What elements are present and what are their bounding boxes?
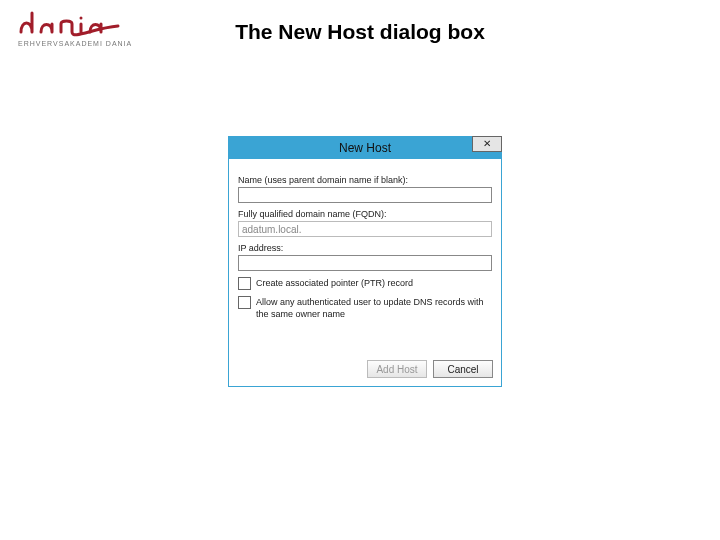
name-label: Name (uses parent domain name if blank): — [238, 175, 492, 185]
fqdn-label: Fully qualified domain name (FQDN): — [238, 209, 492, 219]
dialog-titlebar: New Host ✕ — [229, 137, 501, 159]
close-button[interactable]: ✕ — [472, 136, 502, 152]
close-icon: ✕ — [483, 139, 491, 149]
secure-update-checkbox-label: Allow any authenticated user to update D… — [256, 296, 492, 320]
cancel-button[interactable]: Cancel — [433, 360, 493, 378]
ip-label: IP address: — [238, 243, 492, 253]
ptr-checkbox[interactable] — [238, 277, 251, 290]
cancel-button-label: Cancel — [447, 364, 478, 375]
ip-input[interactable] — [238, 255, 492, 271]
dialog-title: New Host — [229, 141, 501, 155]
page-title: The New Host dialog box — [0, 20, 720, 44]
secure-update-checkbox[interactable] — [238, 296, 251, 309]
name-input[interactable] — [238, 187, 492, 203]
add-host-button[interactable]: Add Host — [367, 360, 427, 378]
new-host-dialog: New Host ✕ Name (uses parent domain name… — [228, 136, 502, 387]
add-host-button-label: Add Host — [376, 364, 417, 375]
fqdn-input — [238, 221, 492, 237]
ptr-checkbox-label: Create associated pointer (PTR) record — [256, 277, 492, 289]
